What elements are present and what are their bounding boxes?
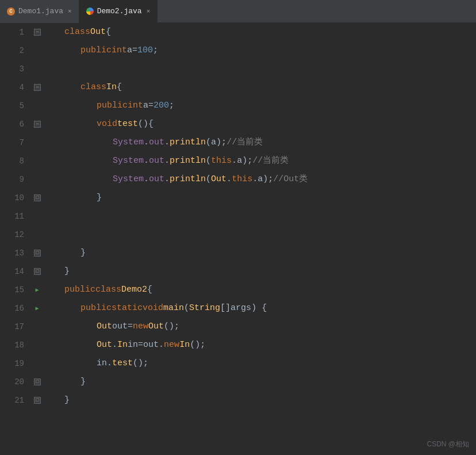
tab-demo2[interactable]: Demo2.java× bbox=[79, 0, 158, 23]
code-line-9: System.out.println(Out.this.a);//Out类 bbox=[48, 170, 476, 189]
fold-icon-6[interactable]: − bbox=[34, 121, 41, 128]
token-16-8: String bbox=[189, 299, 220, 318]
token-15-4: Demo2 bbox=[121, 281, 147, 299]
gutter-item-16[interactable]: ▶ bbox=[29, 299, 46, 318]
gutter-item-3 bbox=[29, 60, 46, 78]
code-line-12 bbox=[48, 225, 476, 244]
token-1-2: Out bbox=[90, 23, 106, 41]
token-16-7: ( bbox=[184, 299, 189, 318]
fold-icon-14[interactable]: □ bbox=[34, 268, 41, 275]
token-9-5: ( bbox=[206, 170, 211, 189]
token-9-10: a bbox=[258, 170, 263, 189]
token-16-0: public bbox=[80, 299, 112, 318]
fold-icon-21[interactable]: □ bbox=[34, 397, 41, 404]
token-18-1: . bbox=[112, 336, 117, 354]
token-18-6: out bbox=[143, 336, 159, 354]
token-1-3: { bbox=[106, 23, 111, 41]
gutter-item-1[interactable]: − bbox=[29, 23, 46, 41]
token-16-12: ) { bbox=[251, 299, 267, 318]
line-num-5: 5 bbox=[0, 97, 24, 115]
gutter: −−−□□□▶▶□□ bbox=[29, 23, 46, 455]
fold-icon-13[interactable]: □ bbox=[34, 250, 41, 257]
token-19-3: (); bbox=[133, 354, 148, 373]
token-5-0: public bbox=[97, 97, 128, 115]
code-line-6: void test(){ bbox=[48, 115, 476, 133]
token-2-7: ; bbox=[153, 41, 158, 60]
code-line-7: System.out.println(a);//当前类 bbox=[48, 133, 476, 152]
token-18-4: in bbox=[128, 336, 138, 354]
token-2-0: public bbox=[80, 41, 112, 60]
token-20-0: } bbox=[80, 373, 86, 391]
line-num-3: 3 bbox=[0, 60, 24, 78]
gutter-item-6[interactable]: − bbox=[29, 115, 46, 133]
token-9-4: println bbox=[170, 170, 206, 189]
gutter-item-14[interactable]: □ bbox=[29, 262, 46, 281]
token-16-4: void bbox=[143, 299, 163, 318]
line-num-17: 17 bbox=[0, 318, 24, 336]
code-line-1: class Out{ bbox=[48, 23, 476, 41]
token-17-6: Out bbox=[148, 318, 164, 336]
watermark: CSDN @相知 bbox=[427, 439, 469, 449]
token-16-2: static bbox=[112, 299, 143, 318]
fold-icon-10[interactable]: □ bbox=[34, 194, 41, 201]
gutter-item-9 bbox=[29, 170, 46, 189]
tab-icon-demo1: C bbox=[7, 7, 15, 16]
line-num-16: 16 bbox=[0, 299, 24, 318]
token-17-4: new bbox=[133, 318, 148, 336]
token-8-5: ( bbox=[206, 152, 211, 170]
token-5-5: = bbox=[148, 97, 153, 115]
token-19-0: in bbox=[97, 354, 107, 373]
tab-demo1[interactable]: CDemo1.java× bbox=[0, 0, 79, 23]
token-8-9: ); bbox=[242, 152, 252, 170]
token-8-6: this bbox=[211, 152, 232, 170]
gutter-item-20[interactable]: □ bbox=[29, 373, 46, 391]
token-18-2: In bbox=[117, 336, 128, 354]
code-line-8: System.out.println(this.a);//当前类 bbox=[48, 152, 476, 170]
code-content[interactable]: class Out{public int a=100;class In{publ… bbox=[46, 23, 476, 455]
token-4-0: class bbox=[80, 78, 106, 97]
token-9-0: System bbox=[113, 170, 144, 189]
token-17-2: out bbox=[112, 318, 128, 336]
gutter-item-7 bbox=[29, 133, 46, 152]
token-4-2: In bbox=[106, 78, 117, 97]
code-line-21: } bbox=[48, 391, 476, 410]
token-9-3: . bbox=[164, 170, 170, 189]
run-icon-16[interactable]: ▶ bbox=[35, 305, 39, 312]
line-num-6: 6 bbox=[0, 115, 24, 133]
code-line-14: } bbox=[48, 262, 476, 281]
token-18-8: new bbox=[164, 336, 179, 354]
fold-icon-4[interactable]: − bbox=[34, 84, 41, 91]
gutter-item-12 bbox=[29, 225, 46, 244]
token-15-0: public bbox=[64, 281, 95, 299]
token-8-8: a bbox=[237, 152, 242, 170]
line-num-13: 13 bbox=[0, 244, 24, 262]
gutter-item-18 bbox=[29, 336, 46, 354]
gutter-item-10[interactable]: □ bbox=[29, 189, 46, 207]
gutter-item-21[interactable]: □ bbox=[29, 391, 46, 410]
token-4-3: { bbox=[117, 78, 122, 97]
fold-icon-20[interactable]: □ bbox=[34, 378, 41, 385]
gutter-item-2 bbox=[29, 41, 46, 60]
token-17-3: = bbox=[128, 318, 133, 336]
token-7-5: ( bbox=[206, 133, 211, 152]
line-num-11: 11 bbox=[0, 207, 24, 225]
gutter-item-19 bbox=[29, 354, 46, 373]
token-10-0: } bbox=[97, 189, 102, 207]
code-line-19: in.test(); bbox=[48, 354, 476, 373]
token-9-9: . bbox=[252, 170, 258, 189]
gutter-item-15[interactable]: ▶ bbox=[29, 281, 46, 299]
code-line-20: } bbox=[48, 373, 476, 391]
token-8-3: . bbox=[164, 152, 170, 170]
token-14-0: } bbox=[64, 262, 70, 281]
line-num-12: 12 bbox=[0, 225, 24, 244]
fold-icon-1[interactable]: − bbox=[34, 29, 41, 36]
run-icon-15[interactable]: ▶ bbox=[35, 286, 39, 293]
gutter-item-4[interactable]: − bbox=[29, 78, 46, 97]
token-7-6: a bbox=[211, 133, 216, 152]
tab-close-demo2[interactable]: × bbox=[147, 8, 151, 15]
gutter-item-13[interactable]: □ bbox=[29, 244, 46, 262]
token-9-6: Out bbox=[211, 170, 227, 189]
tab-close-demo1[interactable]: × bbox=[68, 8, 72, 15]
code-line-2: public int a=100; bbox=[48, 41, 476, 60]
code-line-10: } bbox=[48, 189, 476, 207]
